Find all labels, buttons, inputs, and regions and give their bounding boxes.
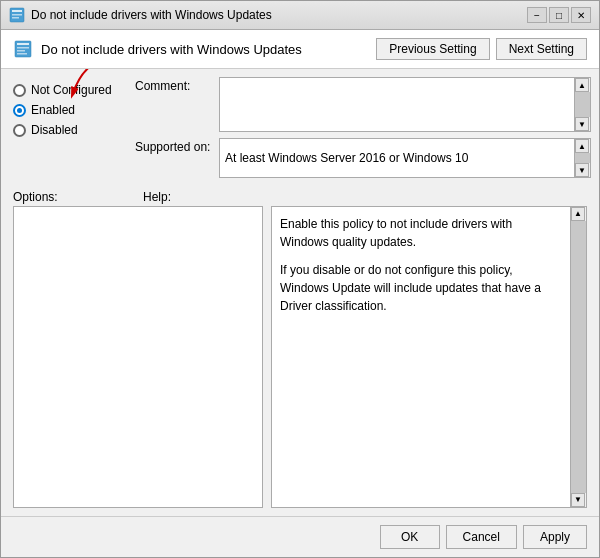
footer: OK Cancel Apply xyxy=(1,516,599,557)
comment-scroll-thumb xyxy=(575,92,590,117)
svg-rect-3 xyxy=(12,17,19,19)
svg-rect-7 xyxy=(17,50,25,52)
window-title: Do not include drivers with Windows Upda… xyxy=(31,8,272,22)
supported-label: Supported on: xyxy=(135,138,215,154)
supported-scroll-thumb xyxy=(575,153,590,163)
minimize-button[interactable]: − xyxy=(527,7,547,23)
svg-rect-6 xyxy=(17,47,29,49)
supported-scroll-down[interactable]: ▼ xyxy=(575,163,589,177)
comment-label: Comment: xyxy=(135,77,215,93)
help-scroll-thumb xyxy=(571,221,586,493)
svg-rect-5 xyxy=(17,43,29,45)
radio-disabled[interactable]: Disabled xyxy=(13,123,119,137)
apply-button[interactable]: Apply xyxy=(523,525,587,549)
next-setting-button[interactable]: Next Setting xyxy=(496,38,587,60)
content-area: Not Configured xyxy=(1,69,599,516)
header-section: Do not include drivers with Windows Upda… xyxy=(1,30,599,69)
radio-label-disabled: Disabled xyxy=(31,123,78,137)
help-scroll-up[interactable]: ▲ xyxy=(571,207,585,221)
options-section-label: Options: xyxy=(13,190,143,204)
title-controls: − □ ✕ xyxy=(527,7,591,23)
right-panel: Comment: ▲ ▼ Supported on: At least xyxy=(131,69,599,186)
cancel-button[interactable]: Cancel xyxy=(446,525,517,549)
help-paragraph-2: If you disable or do not configure this … xyxy=(280,261,564,315)
radio-circle-enabled xyxy=(13,104,26,117)
radio-label-not-configured: Not Configured xyxy=(31,83,112,97)
supported-field-wrapper: At least Windows Server 2016 or Windows … xyxy=(219,138,591,178)
supported-scroll-up[interactable]: ▲ xyxy=(575,139,589,153)
bottom-section: Enable this policy to not include driver… xyxy=(1,206,599,516)
help-scrollbar[interactable]: ▲ ▼ xyxy=(570,207,586,507)
comment-row: Comment: ▲ ▼ xyxy=(135,77,591,132)
maximize-button[interactable]: □ xyxy=(549,7,569,23)
help-paragraph-1: Enable this policy to not include driver… xyxy=(280,215,564,251)
svg-rect-2 xyxy=(12,14,22,16)
supported-row: Supported on: At least Windows Server 20… xyxy=(135,138,591,178)
middle-section: Options: Help: xyxy=(1,186,599,206)
supported-scrollbar[interactable]: ▲ ▼ xyxy=(575,138,591,178)
title-bar: Do not include drivers with Windows Upda… xyxy=(1,1,599,30)
comment-scrollbar[interactable]: ▲ ▼ xyxy=(575,77,591,132)
radio-not-configured[interactable]: Not Configured xyxy=(13,83,119,97)
comment-scroll-up[interactable]: ▲ xyxy=(575,78,589,92)
comment-scroll-down[interactable]: ▼ xyxy=(575,117,589,131)
close-button[interactable]: ✕ xyxy=(571,7,591,23)
not-configured-wrapper: Not Configured xyxy=(13,83,119,97)
supported-value: At least Windows Server 2016 or Windows … xyxy=(219,138,575,178)
radio-label-enabled: Enabled xyxy=(31,103,75,117)
options-panel xyxy=(13,206,263,508)
title-bar-left: Do not include drivers with Windows Upda… xyxy=(9,7,272,23)
header-buttons: Previous Setting Next Setting xyxy=(376,38,587,60)
comment-field-wrapper: ▲ ▼ xyxy=(219,77,591,132)
comment-textarea[interactable] xyxy=(219,77,575,132)
left-panel: Not Configured xyxy=(1,69,131,186)
help-scroll-down[interactable]: ▼ xyxy=(571,493,585,507)
top-section: Not Configured xyxy=(1,69,599,186)
radio-circle-disabled xyxy=(13,124,26,137)
radio-enabled[interactable]: Enabled xyxy=(13,103,119,117)
help-section-label: Help: xyxy=(143,190,587,204)
radio-circle-not-configured xyxy=(13,84,26,97)
main-window: Do not include drivers with Windows Upda… xyxy=(0,0,600,558)
help-panel: Enable this policy to not include driver… xyxy=(271,206,587,508)
svg-rect-8 xyxy=(17,53,27,55)
header-title: Do not include drivers with Windows Upda… xyxy=(41,42,302,57)
ok-button[interactable]: OK xyxy=(380,525,440,549)
header-title-area: Do not include drivers with Windows Upda… xyxy=(13,39,302,59)
header-policy-icon xyxy=(13,39,33,59)
svg-rect-1 xyxy=(12,10,22,12)
radio-group: Not Configured xyxy=(13,83,119,137)
previous-setting-button[interactable]: Previous Setting xyxy=(376,38,489,60)
window-icon xyxy=(9,7,25,23)
